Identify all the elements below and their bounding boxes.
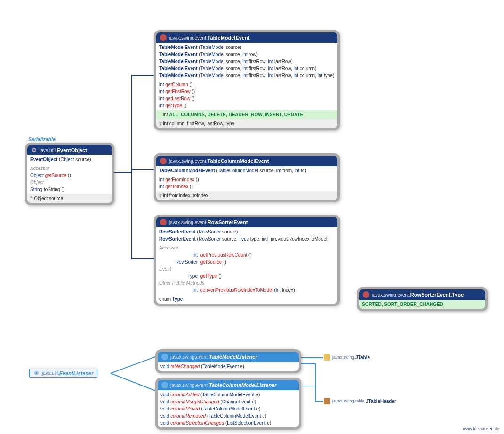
watermark: www.falkhausen.de <box>463 426 499 431</box>
gear-icon <box>31 147 37 153</box>
class-name: RowSorterEvent.Type <box>410 292 464 297</box>
gear-icon <box>33 370 40 376</box>
interface-event-listener: java.util.EventListener <box>29 369 97 378</box>
class-name: JTableHeader <box>366 399 396 404</box>
package-label: javax.swing.event. <box>169 220 208 225</box>
methods-section: void columnAdded (TableColumnModelEvent … <box>158 390 299 427</box>
class-name: TableModelEvent <box>208 35 250 40</box>
methods-section: void tableChanged (TableModelEvent e) <box>158 362 299 371</box>
interface-name: TableColumnModelListener <box>209 382 277 388</box>
methods-section: Accessor int getPreviousRowCount ()RowSo… <box>156 243 337 295</box>
class-table-column-model-event: javax.swing.event.TableColumnModelEvent … <box>154 153 340 202</box>
package-label: javax.swing. <box>332 355 355 360</box>
constants-section: SORTED, SORT_ORDER_CHANGED <box>359 300 485 309</box>
class-name: TableColumnModelEvent <box>208 158 269 164</box>
class-name: EventObject <box>57 147 87 153</box>
fields-section: # Object source <box>27 194 112 203</box>
package-label: javax.swing.event. <box>170 383 209 388</box>
package-label: java.util. <box>42 370 59 376</box>
interface-table-column-model-listener: javax.swing.event.TableColumnModelListen… <box>155 378 301 430</box>
cup-icon <box>161 382 168 388</box>
fields-section: # int column, firstRow, lastRow, type <box>156 119 337 128</box>
class-header: java.util.EventObject <box>27 145 112 155</box>
class-header: javax.swing.event.TableColumnModelEvent <box>156 156 337 166</box>
cup-icon <box>363 291 369 298</box>
package-label: javax.swing.event. <box>372 292 410 297</box>
interface-name: TableModelListener <box>209 354 257 360</box>
svg-point-1 <box>33 149 35 151</box>
interface-name: EventListener <box>59 370 94 376</box>
class-header: javax.swing.event.TableModelListener <box>158 352 299 362</box>
class-event-object: java.util.EventObject EventObject (Objec… <box>25 143 114 205</box>
class-row-sorter-event-type: javax.swing.event.RowSorterEvent.Type SO… <box>357 287 488 311</box>
ref-jtable: javax.swing.JTable <box>324 354 370 361</box>
package-label: javax.swing.event. <box>170 354 209 360</box>
cup-icon <box>161 354 168 360</box>
class-header: javax.swing.event.TableModelEvent <box>156 32 337 43</box>
package-label: javax.swing.table. <box>332 399 366 403</box>
package-label: javax.swing.event. <box>169 35 208 40</box>
constructors-section: TableModelEvent (TableModel source)Table… <box>156 43 337 80</box>
class-header: javax.swing.event.RowSorterEvent <box>156 217 337 227</box>
section-label-accessor: Accessor <box>30 165 109 172</box>
class-header: javax.swing.event.RowSorterEvent.Type <box>359 289 485 300</box>
section-label: Accessor <box>159 244 335 251</box>
class-table-model-event: javax.swing.event.TableModelEvent TableM… <box>154 30 340 130</box>
methods-section: int getColumn ()int getFirstRow ()int ge… <box>156 80 337 110</box>
interface-table-model-listener: javax.swing.event.TableModelListener voi… <box>155 349 301 373</box>
component-icon <box>324 398 330 404</box>
section-label-object: Object <box>30 179 109 186</box>
cup-icon <box>160 158 167 164</box>
class-row-sorter-event: javax.swing.event.RowSorterEvent RowSort… <box>154 215 340 306</box>
methods-section: Accessor Object getSource () Object Stri… <box>27 164 112 194</box>
methods-section: int getFromIndex ()int getToIndex () <box>156 175 337 191</box>
class-header: javax.swing.event.TableColumnModelListen… <box>158 380 299 390</box>
package-label: java.util. <box>40 148 57 153</box>
cup-icon <box>160 34 167 41</box>
ref-jtableheader: javax.swing.table.JTableHeader <box>324 398 396 404</box>
constructors-section: TableColumnModelEvent (TableColumnModel … <box>156 166 337 175</box>
cup-icon <box>160 219 167 225</box>
constants-section: int ALL_COLUMNS, DELETE, HEADER_ROW, INS… <box>156 110 337 119</box>
serializable-label: Serializable <box>28 137 56 142</box>
constructors-section: EventObject (Object source) <box>27 155 112 164</box>
nested-section: enum Type <box>156 295 337 304</box>
class-name: JTable <box>355 355 370 360</box>
package-label: javax.swing.event. <box>169 159 208 164</box>
section-label: Event <box>159 265 335 273</box>
fields-section: # int fromIndex, toIndex <box>156 191 337 200</box>
section-label: Other Public Methods <box>159 280 335 287</box>
constructors-section: RowSorterEvent (RowSorter source)RowSort… <box>156 227 337 243</box>
svg-point-3 <box>36 372 37 374</box>
component-icon <box>324 354 330 361</box>
class-name: RowSorterEvent <box>208 219 248 225</box>
